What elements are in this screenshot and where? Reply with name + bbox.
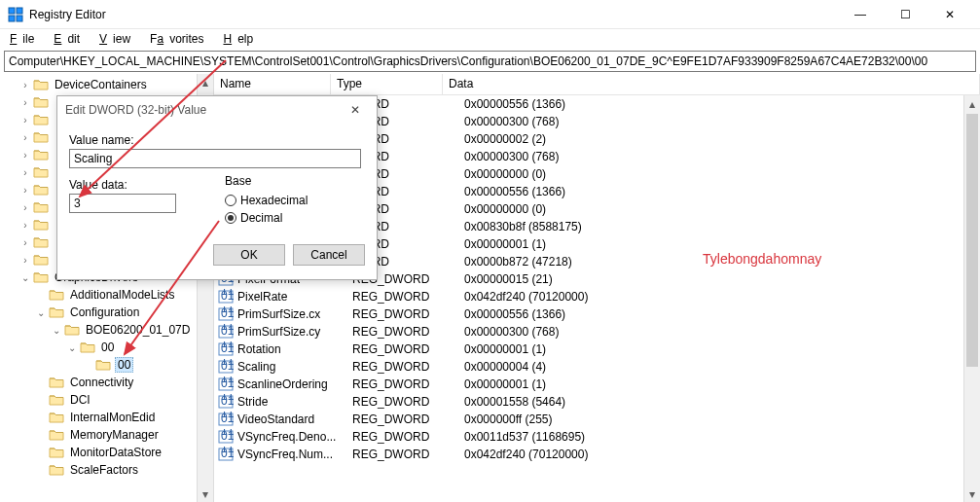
window-titlebar: Registry Editor — ☐ ✕ (0, 0, 980, 29)
svg-text:110: 110 (221, 376, 234, 385)
radio-decimal[interactable]: Decimal (225, 211, 308, 225)
tree-item[interactable]: ⌄00 (0, 339, 213, 356)
tree-item-label: DCI (68, 393, 92, 407)
scroll-up-icon[interactable]: ▴ (964, 95, 980, 112)
tree-item[interactable]: ›InternalMonEdid (0, 409, 213, 426)
scroll-thumb[interactable] (966, 114, 978, 367)
list-scrollbar[interactable]: ▴ ▾ (963, 95, 980, 502)
column-type[interactable]: Type (331, 74, 443, 94)
menu-favorites[interactable]: Favorites (144, 30, 215, 48)
edit-dword-dialog: Edit DWORD (32-bit) Value ✕ Value name: … (56, 95, 378, 280)
window-title: Registry Editor (29, 8, 838, 21)
chevron-right-icon[interactable]: › (19, 255, 31, 266)
tree-item-label: Configuration (68, 305, 141, 319)
value-name-input (69, 149, 361, 168)
address-bar[interactable]: Computer\HKEY_LOCAL_MACHINE\SYSTEM\Contr… (4, 51, 976, 72)
value-data: 0x00000000 (0) (464, 202, 980, 216)
radio-hexadecimal[interactable]: Hexadecimal (225, 194, 308, 207)
dword-icon: 011110 (218, 376, 234, 392)
folder-icon (33, 183, 49, 197)
cancel-button[interactable]: Cancel (293, 244, 365, 266)
maximize-button[interactable]: ☐ (883, 0, 927, 29)
tree-item[interactable]: ›00 (0, 356, 213, 374)
folder-icon (33, 113, 49, 126)
tree-item[interactable]: ›MemoryManager (0, 426, 213, 444)
list-row[interactable]: 011110PrimSurfSize.cxREG_DWORD0x00000556… (214, 305, 980, 323)
chevron-right-icon[interactable]: › (19, 185, 31, 196)
value-data: 0x00000015 (21) (464, 272, 980, 286)
value-data: 0x000000ff (255) (464, 412, 980, 426)
value-type: REG_DWORD (352, 325, 464, 339)
radio-icon (225, 195, 236, 206)
tree-item-label: AdditionalModeLists (68, 288, 176, 302)
scroll-down-icon[interactable]: ▾ (964, 485, 980, 502)
tree-item[interactable]: ›ScaleFactors (0, 461, 213, 479)
value-data: 0x00000001 (1) (464, 237, 980, 251)
list-row[interactable]: 011110VSyncFreq.Num...REG_DWORD0x042df24… (214, 446, 980, 463)
tree-item[interactable]: ⌄BOE06200_01_07D (0, 321, 213, 339)
address-text: Computer\HKEY_LOCAL_MACHINE\SYSTEM\Contr… (9, 54, 927, 68)
folder-icon (49, 288, 64, 302)
menu-edit[interactable]: Edit (48, 30, 91, 48)
menu-help[interactable]: Help (217, 30, 265, 48)
tree-item[interactable]: ›DCI (0, 391, 213, 409)
list-row[interactable]: 011110StrideREG_DWORD0x00001558 (5464) (214, 393, 980, 411)
dword-icon: 011110 (218, 359, 234, 375)
chevron-right-icon[interactable]: › (19, 150, 31, 161)
list-row[interactable]: 011110RotationREG_DWORD0x00000001 (1) (214, 341, 980, 358)
list-row[interactable]: 011110ScanlineOrderingREG_DWORD0x0000000… (214, 376, 980, 393)
minimize-button[interactable]: — (838, 0, 883, 29)
svg-text:110: 110 (221, 306, 234, 315)
list-row[interactable]: 011110VSyncFreq.Deno...REG_DWORD0x0011d5… (214, 428, 980, 446)
folder-icon (49, 376, 64, 389)
chevron-right-icon[interactable]: › (19, 237, 31, 248)
tree-item[interactable]: ⌄Configuration (0, 304, 213, 321)
tree-item[interactable]: ›AdditionalModeLists (0, 286, 213, 304)
chevron-right-icon[interactable]: › (19, 97, 31, 108)
tree-item-label: 00 (115, 357, 133, 373)
close-button[interactable]: ✕ (927, 0, 972, 29)
scroll-up-icon[interactable]: ▴ (198, 74, 213, 90)
value-type: REG_DWORD (352, 430, 464, 444)
chevron-down-icon[interactable]: ⌄ (66, 342, 78, 353)
value-name: VideoStandard (237, 412, 352, 426)
menu-view[interactable]: View (93, 30, 142, 48)
tree-item[interactable]: ›DeviceContainers (0, 76, 213, 93)
chevron-down-icon[interactable]: ⌄ (51, 325, 62, 336)
value-name: ScanlineOrdering (237, 377, 352, 391)
list-row[interactable]: 011110VideoStandardREG_DWORD0x000000ff (… (214, 411, 980, 428)
chevron-right-icon[interactable]: › (19, 202, 31, 213)
list-row[interactable]: 011110PixelRateREG_DWORD0x042df240 (7012… (214, 288, 980, 305)
app-icon (8, 7, 23, 22)
chevron-right-icon[interactable]: › (19, 220, 31, 231)
scroll-down-icon[interactable]: ▾ (198, 485, 213, 502)
value-data: 0x00001558 (5464) (464, 395, 980, 409)
ok-button[interactable]: OK (213, 244, 285, 266)
tree-item[interactable]: ›MonitorDataStore (0, 444, 213, 461)
tree-item-label: BOE06200_01_07D (84, 323, 192, 337)
dialog-close-button[interactable]: ✕ (342, 96, 369, 124)
chevron-down-icon[interactable]: ⌄ (19, 272, 31, 283)
menu-file[interactable]: File (4, 30, 46, 48)
value-data-input[interactable] (69, 194, 176, 213)
folder-icon (33, 148, 49, 161)
list-row[interactable]: 011110ScalingREG_DWORD0x00000004 (4) (214, 358, 980, 376)
column-data[interactable]: Data (443, 74, 980, 94)
folder-icon (33, 95, 49, 109)
folder-icon (33, 235, 49, 249)
value-name: Scaling (237, 360, 352, 374)
value-type: REG_DWORD (352, 448, 464, 461)
column-name[interactable]: Name (214, 74, 331, 94)
chevron-right-icon[interactable]: › (19, 115, 31, 126)
list-row[interactable]: 011110PrimSurfSize.cyREG_DWORD0x00000300… (214, 323, 980, 341)
value-type: REG_DWORD (352, 377, 464, 391)
tree-item[interactable]: ›Connectivity (0, 374, 213, 391)
chevron-right-icon[interactable]: › (19, 167, 31, 178)
value-data: 0x00000300 (768) (464, 115, 980, 128)
chevron-right-icon[interactable]: › (19, 80, 31, 90)
value-data: 0x00000300 (768) (464, 325, 980, 339)
value-data-label: Value data: (69, 178, 186, 192)
value-type: REG_DWORD (352, 342, 464, 356)
chevron-down-icon[interactable]: ⌄ (35, 307, 47, 318)
chevron-right-icon[interactable]: › (19, 132, 31, 143)
